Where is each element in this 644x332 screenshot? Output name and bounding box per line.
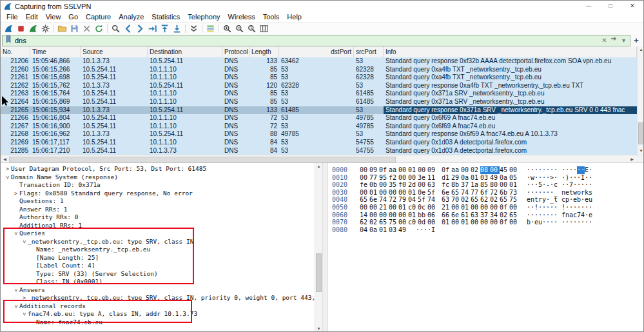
- go-to-packet-icon[interactable]: [146, 23, 159, 34]
- packet-row[interactable]: 2126915:06:17,11710.5.254.1110.1.1.10DNS…: [1, 139, 637, 147]
- hex-byte[interactable]: 00: [389, 204, 398, 211]
- hex-byte[interactable]: 80: [490, 181, 500, 189]
- detail-line[interactable]: Transaction ID: 0x371a: [1, 181, 315, 190]
- hex-byte[interactable]: 65: [471, 196, 480, 204]
- hex-byte[interactable]: c0: [408, 204, 418, 211]
- hex-byte[interactable]: 62: [360, 219, 369, 226]
- ascii-char[interactable]: I: [431, 226, 435, 234]
- hex-byte[interactable]: 34: [490, 211, 500, 219]
- menu-capture[interactable]: Capture: [82, 13, 115, 21]
- detail-line[interactable]: >Domain Name System (response): [1, 173, 315, 182]
- packet-row[interactable]: 2120615:05:46,86610.1.3.7310.5.254.11DNS…: [1, 57, 637, 66]
- menu-view[interactable]: View: [42, 13, 65, 21]
- expand-arrow[interactable]: >: [20, 311, 28, 318]
- menu-file[interactable]: File: [3, 13, 22, 21]
- hex-byte[interactable]: 00: [451, 204, 461, 211]
- hex-byte[interactable]: 00: [360, 166, 369, 174]
- column-header-source[interactable]: Source: [81, 46, 148, 57]
- hex-byte[interactable]: 29: [451, 174, 461, 182]
- hex-byte[interactable]: 00: [389, 211, 398, 219]
- add-filter-button[interactable]: +: [630, 35, 642, 45]
- go-last-icon[interactable]: [171, 23, 183, 34]
- capture-options-icon[interactable]: [39, 23, 52, 34]
- ascii-char[interactable]: ·: [554, 211, 558, 219]
- hex-byte[interactable]: 00: [427, 204, 437, 211]
- hex-byte[interactable]: 00: [389, 189, 398, 197]
- detail-line[interactable]: Additional RRs: 1: [1, 222, 315, 230]
- restart-capture-icon[interactable]: [27, 23, 39, 34]
- expand-arrow[interactable]: >: [21, 294, 28, 302]
- hex-byte[interactable]: fc: [442, 181, 451, 189]
- hex-byte[interactable]: 63: [471, 211, 480, 219]
- hex-byte[interactable]: 03: [389, 226, 398, 234]
- hex-byte[interactable]: 02: [461, 196, 471, 204]
- reload-icon[interactable]: [93, 23, 105, 34]
- hex-byte[interactable]: 65: [509, 211, 519, 219]
- ascii-char[interactable]: ·: [589, 166, 592, 174]
- hex-byte[interactable]: 01: [471, 174, 480, 182]
- hex-byte[interactable]: d1: [442, 174, 451, 182]
- details-scrollbar[interactable]: ▲ ▼: [315, 163, 322, 332]
- column-header-dstport[interactable]: dstPort: [279, 46, 354, 57]
- packet-list-scrollbar[interactable]: ▲ ▼: [637, 46, 644, 155]
- find-packet-icon[interactable]: [110, 23, 122, 34]
- clear-filter-icon[interactable]: ✕: [600, 35, 609, 46]
- hex-byte[interactable]: 00: [398, 219, 408, 226]
- hex-byte[interactable]: 00: [480, 204, 490, 211]
- hex-byte[interactable]: 0a: [500, 174, 509, 182]
- hex-byte[interactable]: 11: [427, 174, 437, 182]
- ascii-char[interactable]: ·: [554, 174, 558, 182]
- hex-byte[interactable]: 49: [490, 174, 500, 182]
- ascii-char[interactable]: ·: [589, 219, 592, 226]
- scrollbar-thumb[interactable]: [638, 122, 644, 144]
- hex-byte[interactable]: 72: [389, 196, 398, 204]
- zoom-reset-icon[interactable]: 1: [246, 23, 258, 34]
- hex-byte[interactable]: 77: [471, 189, 480, 197]
- open-file-icon[interactable]: [56, 23, 68, 34]
- packet-row[interactable]: 2126515:06:15,93410.1.3.7310.5.254.11DNS…: [1, 106, 637, 115]
- apply-filter-icon[interactable]: [609, 34, 619, 46]
- hex-byte[interactable]: 01: [398, 204, 408, 211]
- hex-byte[interactable]: 72: [490, 189, 500, 197]
- column-header-no[interactable]: No.: [1, 46, 30, 57]
- hex-byte[interactable]: 00: [379, 189, 389, 197]
- detail-line[interactable]: >Flags: 0x8580 Standard query response, …: [1, 190, 315, 198]
- hex-byte[interactable]: 6e: [369, 196, 379, 204]
- hex-byte[interactable]: 0d: [418, 219, 427, 226]
- packet-row[interactable]: 2126415:06:15,86910.5.254.1110.1.1.10DNS…: [1, 98, 637, 106]
- display-filter-input[interactable]: [13, 37, 600, 44]
- zoom-in-icon[interactable]: [221, 23, 233, 34]
- hex-byte[interactable]: 00: [451, 219, 461, 226]
- hex-byte[interactable]: 00: [471, 204, 480, 211]
- hex-byte[interactable]: 01: [461, 219, 471, 226]
- hex-byte[interactable]: 00: [480, 219, 490, 226]
- hex-byte[interactable]: 2d: [408, 181, 418, 189]
- minimize-button[interactable]: —: [578, 1, 600, 12]
- hex-byte[interactable]: 00: [490, 166, 500, 174]
- hex-byte[interactable]: 0b: [369, 181, 379, 189]
- resize-columns-icon[interactable]: [258, 23, 270, 34]
- expand-arrow[interactable]: >: [20, 238, 28, 245]
- hex-byte[interactable]: 63: [442, 196, 451, 204]
- detail-line[interactable]: Authority RRs: 0: [1, 213, 315, 222]
- detail-line[interactable]: Questions: 1: [1, 197, 315, 206]
- expand-arrow[interactable]: >: [12, 190, 19, 198]
- column-header-info[interactable]: Info: [384, 46, 637, 57]
- hex-byte[interactable]: 61: [461, 211, 471, 219]
- hex-byte[interactable]: 00: [369, 211, 379, 219]
- hex-byte[interactable]: 01: [509, 181, 519, 189]
- hex-byte[interactable]: 05: [509, 174, 519, 182]
- save-file-icon[interactable]: [68, 23, 81, 34]
- hex-byte[interactable]: 09: [369, 166, 379, 174]
- detail-line[interactable]: Class: IN (0x0001): [1, 278, 315, 286]
- hex-byte[interactable]: 6e: [442, 189, 451, 197]
- hex-byte[interactable]: 75: [389, 219, 398, 226]
- hex-byte[interactable]: 35: [389, 181, 398, 189]
- hex-byte[interactable]: 04: [360, 226, 369, 234]
- scroll-down-arrow[interactable]: ▼: [315, 326, 322, 332]
- hex-byte[interactable]: 62: [480, 196, 490, 204]
- ascii-char[interactable]: ·: [554, 204, 558, 211]
- packet-row[interactable]: 2126615:06:16,80410.5.254.1110.1.1.10DNS…: [1, 114, 637, 122]
- hex-byte[interactable]: 37: [461, 181, 471, 189]
- hex-byte[interactable]: 00: [509, 219, 519, 226]
